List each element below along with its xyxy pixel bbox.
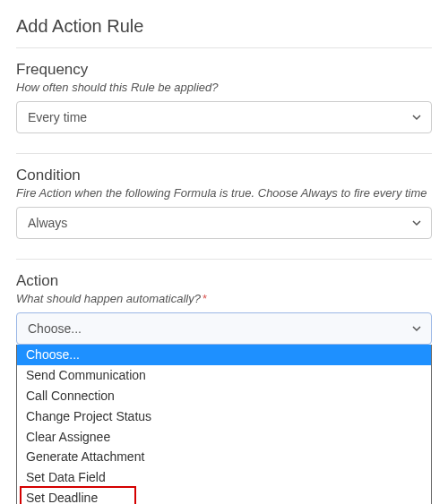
condition-select-value: Always [28,216,67,230]
section-condition: Condition Fire Action when the following… [16,167,432,239]
action-desc: What should happen automatically?* [16,292,432,305]
action-option[interactable]: Set Deadline [17,488,431,504]
action-option[interactable]: Generate Attachment [17,447,431,467]
action-select[interactable]: Choose... [16,312,432,345]
divider [16,259,432,260]
action-heading: Action [16,272,432,290]
divider [16,47,432,48]
action-select-value: Choose... [28,321,82,336]
chevron-down-icon [411,218,422,228]
divider [16,153,432,154]
frequency-select-value: Every time [28,110,87,124]
chevron-down-icon [411,323,422,334]
action-option[interactable]: Send Communication [17,365,431,386]
page-title: Add Action Rule [16,16,432,37]
condition-heading: Condition [16,167,432,184]
action-option[interactable]: Choose... [17,345,431,365]
action-dropdown-list: Choose...Send CommunicationCall Connecti… [16,345,432,504]
frequency-heading: Frequency [16,61,432,79]
condition-select[interactable]: Always [16,207,432,239]
action-option[interactable]: Call Connection [17,386,431,406]
action-option[interactable]: Set Data Field [17,467,431,488]
frequency-select[interactable]: Every time [16,101,432,133]
section-frequency: Frequency How often should this Rule be … [16,61,432,133]
action-option[interactable]: Change Project Status [17,406,431,427]
required-mark: * [202,292,207,305]
frequency-desc: How often should this Rule be applied? [16,81,432,94]
section-action: Action What should happen automatically?… [16,272,432,504]
action-option[interactable]: Clear Assignee [17,427,431,448]
condition-desc: Fire Action when the following Formula i… [16,186,432,200]
chevron-down-icon [411,112,422,123]
